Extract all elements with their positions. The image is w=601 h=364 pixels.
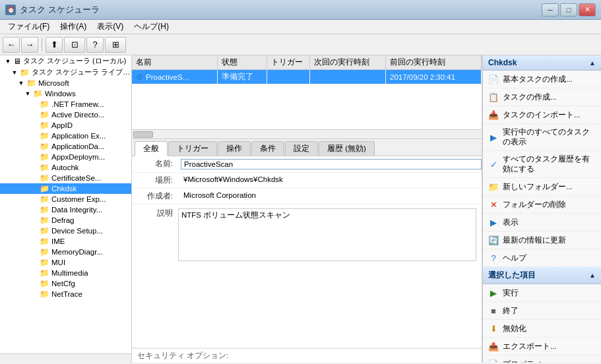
help-button[interactable]: ?	[86, 37, 104, 53]
tab-action[interactable]: 操作	[218, 141, 251, 156]
tree-item-netcfg[interactable]: 📁 NetCfg	[0, 278, 131, 289]
tab-settings[interactable]: 設定	[285, 141, 318, 156]
title-buttons: ─ □ ✕	[542, 3, 596, 16]
maximize-button[interactable]: □	[560, 3, 577, 16]
action-new-folder-label: 新しいフォルダー...	[503, 182, 573, 192]
back-button[interactable]: ←	[3, 37, 20, 53]
action-properties[interactable]: 📄 プロパティ	[483, 355, 601, 363]
tab-general[interactable]: 全般	[135, 141, 168, 156]
tree-item-windows[interactable]: ▼ 📁 Windows	[0, 88, 131, 99]
tree-label-appex: Application Ex...	[51, 132, 131, 140]
tree-item-devicesetup[interactable]: 📁 Device Setup...	[0, 226, 131, 236]
action-new-folder[interactable]: 📁 新しいフォルダー...	[483, 178, 601, 196]
view-running-icon: ▶	[488, 132, 499, 142]
textarea-desc[interactable]: NTFS ボリューム状態スキャン	[178, 208, 476, 261]
action-help-label: ヘルプ	[503, 253, 526, 263]
create-basic-icon: 📄	[488, 74, 499, 84]
tab-trigger[interactable]: トリガー	[168, 141, 217, 156]
action-export[interactable]: 📤 エクスポート...	[483, 338, 601, 355]
tree-item-activedir[interactable]: 📁 Active Directo...	[0, 109, 131, 120]
properties-icon: 📄	[488, 359, 499, 363]
import-icon: 📥	[488, 109, 499, 120]
col-header-trigger[interactable]: トリガー	[267, 55, 310, 69]
action-disable[interactable]: ⬇ 無効化	[483, 320, 601, 338]
enable-history-icon: ✓	[488, 159, 499, 169]
tree-item-multimedia[interactable]: 📁 Multimedia	[0, 268, 131, 278]
action-view[interactable]: ▶ 表示	[483, 214, 601, 231]
minimize-button[interactable]: ─	[542, 3, 559, 16]
app-icon: ⏰	[5, 5, 16, 15]
tree-item-appid[interactable]: 📁 AppID	[0, 120, 131, 131]
menu-view[interactable]: 表示(V)	[92, 20, 129, 34]
action-export-label: エクスポート...	[503, 342, 557, 351]
expand-icon-library: ▼	[9, 69, 20, 76]
tree-item-microsoft[interactable]: ▼ 📁 Microsoft	[0, 78, 131, 88]
forward-button[interactable]: →	[21, 37, 38, 53]
tree-item-datainteg[interactable]: 📁 Data Integrity...	[0, 204, 131, 215]
tree-item-appda[interactable]: 📁 ApplicationDa...	[0, 141, 131, 152]
label-author: 作成者:	[132, 190, 178, 202]
appxdeploy-icon: 📁	[40, 152, 49, 162]
col-header-name[interactable]: 名前	[132, 55, 218, 69]
action-enable-history[interactable]: ✓ すべてのタスク履歴を有効にする	[483, 151, 601, 178]
tree-item-root[interactable]: ▼ 🖥 タスク スケジューラ (ローカル)	[0, 55, 131, 67]
action-create-basic[interactable]: 📄 基本タスクの作成...	[483, 71, 601, 88]
input-name[interactable]	[181, 159, 482, 169]
menu-action[interactable]: 操作(A)	[55, 20, 92, 34]
tree-label-microsoft: Microsoft	[38, 79, 131, 87]
up-button[interactable]: ⬆	[46, 37, 63, 53]
tree-item-autochk[interactable]: 📁 Autochk	[0, 162, 131, 173]
action-refresh-label: 最新の情報に更新	[503, 235, 566, 245]
actions-section-selected[interactable]: 選択した項目 ▲	[483, 267, 601, 284]
tree-item-memdiagr[interactable]: 📁 MemoryDiagr...	[0, 247, 131, 257]
tree-label-appda: ApplicationDa...	[51, 142, 131, 150]
action-import[interactable]: 📥 タスクのインポート...	[483, 106, 601, 124]
action-view-running[interactable]: ▶ 実行中のすべてのタスクの表示	[483, 124, 601, 151]
tab-condition[interactable]: 条件	[251, 141, 284, 156]
view-button[interactable]: ⊡	[64, 37, 85, 53]
action-refresh[interactable]: 🔄 最新の情報に更新	[483, 231, 601, 249]
action-create-task[interactable]: 📋 タスクの作成...	[483, 88, 601, 106]
tree-h-scrollbar[interactable]	[0, 353, 131, 363]
section-title-selected: 選択した項目	[488, 270, 536, 281]
tree-item-appex[interactable]: 📁 Application Ex...	[0, 131, 131, 141]
tree-item-nettrace[interactable]: 📁 NetTrace	[0, 289, 131, 299]
tree-label-datainteg: Data Integrity...	[51, 206, 131, 214]
task-h-scrollbar[interactable]	[132, 129, 482, 138]
col-header-lastrun[interactable]: 前回の実行時刻	[386, 55, 482, 69]
refresh-icon: 🔄	[488, 235, 499, 245]
action-delete-folder[interactable]: ✕ フォルダーの削除	[483, 196, 601, 214]
col-header-status[interactable]: 状態	[218, 55, 267, 69]
tree-item-mui[interactable]: 📁 MUI	[0, 257, 131, 268]
grid-button[interactable]: ⊞	[105, 37, 126, 53]
tree-item-custexp[interactable]: 📁 Customer Exp...	[0, 194, 131, 204]
tree-item-defrag[interactable]: 📁 Defrag	[0, 215, 131, 226]
tree-item-library[interactable]: ▼ 📁 タスク スケジューラ ライブラリ	[0, 67, 131, 78]
action-stop[interactable]: ■ 終了	[483, 302, 601, 320]
section-arrow-selected: ▲	[589, 272, 596, 279]
menu-help[interactable]: ヘルプ(H)	[129, 20, 174, 34]
tab-history[interactable]: 履歴 (無効)	[319, 141, 375, 156]
task-row[interactable]: ⚙ ProactiveS... 準備完了 2017/09/20 2:30:41	[132, 70, 482, 84]
actions-section-chkdsk[interactable]: Chkdsk ▲	[483, 55, 601, 71]
close-button[interactable]: ✕	[579, 3, 596, 16]
action-run[interactable]: ▶ 実行	[483, 284, 601, 302]
window-title: タスク スケジューラ	[20, 4, 100, 16]
defrag-icon: 📁	[40, 216, 49, 225]
menu-file[interactable]: ファイル(F)	[3, 20, 55, 34]
action-help[interactable]: ? ヘルプ	[483, 249, 601, 267]
appda-icon: 📁	[40, 142, 49, 151]
label-desc: 説明	[132, 206, 178, 220]
col-header-nextrun[interactable]: 次回の実行時刻	[310, 55, 386, 69]
task-list-header: 名前 状態 トリガー 次回の実行時刻 前回の実行時刻	[132, 55, 482, 70]
tree-label-netcfg: NetCfg	[51, 280, 131, 288]
section-arrow-chkdsk: ▲	[589, 59, 596, 67]
tree-item-netframew[interactable]: 📁 .NET Framew...	[0, 99, 131, 109]
tree-item-certser[interactable]: 📁 CertificateSe...	[0, 173, 131, 183]
tree-label-defrag: Defrag	[51, 216, 131, 224]
tree-item-appxdeploy[interactable]: 📁 AppxDeploym...	[0, 152, 131, 162]
tree-item-ime[interactable]: 📁 IME	[0, 236, 131, 247]
run-icon: ▶	[488, 288, 499, 298]
action-create-basic-label: 基本タスクの作成...	[503, 75, 573, 84]
tree-item-chkdsk[interactable]: 📁 Chkdsk	[0, 183, 131, 194]
